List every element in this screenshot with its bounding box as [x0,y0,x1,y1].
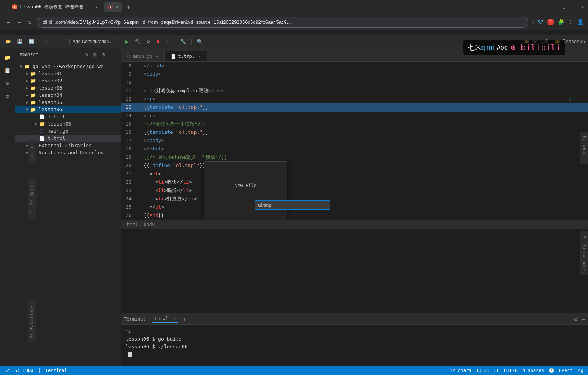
tab-maingo-label: main.go [133,54,152,59]
sync-button[interactable]: 🔄 [26,37,37,46]
database-panel-label[interactable]: Database [580,132,588,164]
code-line-25: 25 </ol> [121,203,588,211]
profile-icon[interactable]: 👤 [577,19,583,25]
line-num-9: 9 [121,70,138,78]
new-tab-button[interactable]: + [124,2,134,12]
build-button[interactable]: 🔨 [133,37,143,46]
settings-action[interactable]: ⚙ [100,51,107,58]
sidebar-search-icon[interactable]: ⚙ [2,77,14,89]
close-button[interactable]: ✕ [581,4,584,10]
tree-label-ttmpl: t.tmpl [48,135,65,141]
forward-button[interactable]: → [15,17,23,26]
status-todo[interactable]: 6: TODO [14,368,34,373]
sidebar-git-icon[interactable]: ≡ [2,90,14,102]
run-button[interactable]: ▶ [122,37,131,46]
editor-tab-ttmpl[interactable]: 📄 t.tmpl ✕ [165,51,207,61]
config-button[interactable]: Add Configuration... [69,38,116,45]
tree-item-lesson05[interactable]: ▶ 📁 lesson05 [15,99,121,106]
status-event-log[interactable]: Event Log [559,368,583,373]
tab-close-icon[interactable]: ✕ [95,5,97,9]
sidebar-structure-icon[interactable]: 📋 [2,64,14,76]
save-button[interactable]: 💾 [15,37,25,46]
coverage-button[interactable]: ☑ [163,37,172,46]
new-folder-action[interactable]: ▤ [91,51,98,58]
tree-item-lesson04[interactable]: ▶ 📁 lesson04 [15,91,121,99]
code-line-8: 8 </head> [121,62,588,70]
code-line-19: 19 {{/* 通过define定义一个模板*/}} [121,153,588,161]
editor-tab-maingo[interactable]: ⬡ main.go ✕ [121,51,165,61]
open-folder-button[interactable]: 📂 [3,37,13,46]
terminal-tab-local[interactable]: Local ✕ [152,315,178,323]
toolbar-separator [40,39,40,45]
tree-label-l05: lesson05 [39,99,62,105]
tab-close-x[interactable]: ✕ [116,5,118,9]
tree-arrow-l02: ▶ [24,79,30,83]
tab-ttmpl-close[interactable]: ✕ [198,54,201,59]
tree-item-ftmpl[interactable]: 📄 f.tmpl [15,113,121,120]
terminal-minimize-icon[interactable]: — [582,316,585,322]
search-button[interactable]: 🔍 [195,37,205,46]
code-text-19: {{/* 通过define定义一个模板*/}} [138,153,227,161]
extension-icon[interactable]: 3 [547,19,554,25]
toolbar-separator-4 [175,39,175,45]
debug-step-button[interactable]: ⟳ [144,37,153,46]
line-num-15: 15 [121,120,138,128]
code-text-15: {{/*嵌套另外一个模板*/}} [138,120,206,128]
line-num-13: 13 [121,103,138,112]
terminal-close-icon[interactable]: ✕ [172,317,175,321]
status-terminal[interactable]: Terminal [45,368,67,373]
popup-filename-input[interactable] [255,200,330,210]
project-panel-label-side[interactable]: 1: Project [28,178,36,219]
favorites-panel-label[interactable]: 2: Favorites [28,299,36,343]
sidebar-project-icon[interactable]: 📁 [2,51,14,64]
browser-tab-inactive[interactable]: 🔇 ✕ [104,2,122,12]
back-button[interactable]: ← [5,17,12,26]
minimize-button[interactable]: ⌄ [563,4,566,10]
popup-title: New File [207,181,284,190]
stop-button[interactable]: ■ [154,37,161,46]
tab-favicon: ▶ [12,4,17,9]
maximize-button[interactable]: □ [572,4,575,10]
address-bar[interactable] [37,17,528,28]
structure-panel-label[interactable]: 7: Structure [580,231,588,275]
new-file-action[interactable]: ⊕ [83,51,90,58]
collapse-action[interactable]: — [108,51,116,58]
breadcrumb-body[interactable]: body [144,222,155,227]
tree-arrow-l01: ▶ [24,71,30,76]
bookmark-icon[interactable]: ☆ [531,19,534,25]
project-panel-title: Project [20,53,39,57]
breadcrumb-bar: html › body [121,220,588,229]
code-editor[interactable]: 8 </head> 9 <body> 10 [121,62,588,220]
tree-item-lesson02[interactable]: ▶ 📁 lesson02 [15,77,121,84]
status-sep: | [38,368,41,373]
terminal-add-button[interactable]: + [181,315,188,323]
tree-root[interactable]: ▼ 📁 go_web ~/workspace/go_we [15,63,121,70]
forward-nav-button[interactable]: → [54,37,63,46]
tree-item-lesson06-sub[interactable]: ▶ 📁 lesson06 [15,120,121,127]
status-left: ⎇ 6: TODO | Terminal [5,368,67,373]
browser-tab-active[interactable]: ▶ lesson06_模板嵌套_哔哩哔哩... ✕ [8,2,102,12]
code-line-9: 9 <body> [121,70,588,78]
tree-item-lesson01[interactable]: ▶ 📁 lesson01 [15,70,121,77]
code-line-22: 22 <li>吃饭</li> [121,178,588,186]
terminal-cursor-line: │ [125,350,583,358]
tab-maingo-close[interactable]: ✕ [156,54,158,59]
puzzle-icon[interactable]: 🧩 [558,19,564,25]
terminal-content[interactable]: ^C lesson06 $ go build lesson06 $ ./less… [121,325,588,366]
tree-label-l04: lesson04 [39,92,62,98]
reload-button[interactable]: ↻ [26,17,34,26]
tools-button[interactable]: 🔧 [178,37,188,46]
breadcrumb-html[interactable]: html [127,222,138,227]
code-text-25: </ol> [138,203,164,211]
tree-item-lesson03[interactable]: ▶ 📁 lesson03 [15,84,121,91]
tree-item-lesson06[interactable]: ▼ 📁 lesson06 [15,106,121,113]
menu-icon[interactable]: ⋮ [568,19,573,25]
tree-item-maingo[interactable]: ⬡ main.go [15,127,121,135]
back-nav-button[interactable]: ← [43,37,52,46]
learn-panel-label[interactable]: Learn [28,141,36,164]
code-line-20: 20 {{ define "ol.tmpl"}} New File [121,161,588,170]
folder-icon-l04: 📁 [30,93,37,98]
line-num-18: 18 [121,145,138,153]
terminal-settings-icon[interactable]: ⚙ [574,316,577,322]
status-encoding: UTF-8 [504,368,518,373]
